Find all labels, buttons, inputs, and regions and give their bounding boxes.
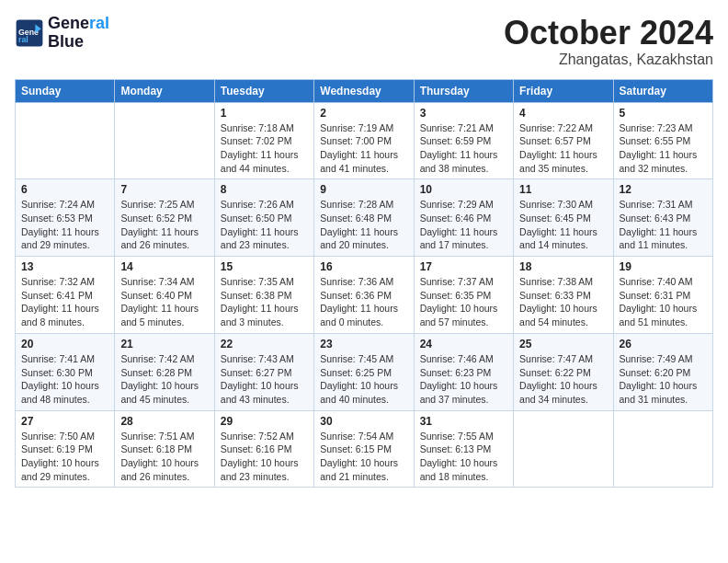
day-number: 20 (21, 338, 108, 350)
day-info: Sunrise: 7:47 AM Sunset: 6:22 PM Dayligh… (519, 352, 607, 407)
day-info: Sunrise: 7:28 AM Sunset: 6:48 PM Dayligh… (320, 198, 407, 252)
day-cell: 28Sunrise: 7:51 AM Sunset: 6:18 PM Dayli… (115, 410, 214, 488)
day-number: 31 (420, 415, 507, 428)
day-info: Sunrise: 7:49 AM Sunset: 6:20 PM Dayligh… (620, 352, 707, 407)
day-number: 11 (519, 183, 607, 196)
day-info: Sunrise: 7:31 AM Sunset: 6:43 PM Dayligh… (620, 198, 707, 252)
day-cell: 15Sunrise: 7:35 AM Sunset: 6:38 PM Dayli… (214, 257, 313, 334)
column-header-tuesday: Tuesday (214, 79, 313, 102)
logo-icon: Gene ral (15, 18, 44, 48)
day-cell (613, 410, 712, 488)
day-info: Sunrise: 7:38 AM Sunset: 6:33 PM Dayligh… (519, 275, 607, 329)
day-cell: 30Sunrise: 7:54 AM Sunset: 6:15 PM Dayli… (314, 410, 414, 488)
day-cell: 16Sunrise: 7:36 AM Sunset: 6:36 PM Dayli… (314, 257, 414, 334)
week-row-1: 1Sunrise: 7:18 AM Sunset: 7:02 PM Daylig… (16, 102, 713, 179)
calendar-body: 1Sunrise: 7:18 AM Sunset: 7:02 PM Daylig… (16, 102, 713, 488)
day-info: Sunrise: 7:32 AM Sunset: 6:41 PM Dayligh… (21, 275, 108, 329)
day-cell (514, 410, 613, 488)
day-cell (16, 102, 115, 179)
day-number: 25 (519, 338, 607, 350)
day-info: Sunrise: 7:45 AM Sunset: 6:25 PM Dayligh… (320, 352, 407, 407)
day-cell: 2Sunrise: 7:19 AM Sunset: 7:00 PM Daylig… (314, 102, 414, 179)
day-cell: 20Sunrise: 7:41 AM Sunset: 6:30 PM Dayli… (16, 333, 115, 410)
day-info: Sunrise: 7:51 AM Sunset: 6:18 PM Dayligh… (120, 430, 208, 484)
day-cell: 8Sunrise: 7:26 AM Sunset: 6:50 PM Daylig… (214, 179, 313, 257)
day-cell: 14Sunrise: 7:34 AM Sunset: 6:40 PM Dayli… (115, 257, 214, 334)
header-row: SundayMondayTuesdayWednesdayThursdayFrid… (16, 79, 713, 102)
day-cell: 29Sunrise: 7:52 AM Sunset: 6:16 PM Dayli… (214, 410, 313, 488)
day-number: 23 (320, 338, 407, 350)
day-number: 14 (120, 260, 208, 273)
day-number: 6 (21, 183, 108, 196)
page-header: Gene ral GeneralBlue October 2024 Zhanga… (15, 15, 713, 68)
day-number: 26 (620, 338, 707, 350)
day-number: 30 (320, 415, 407, 428)
column-header-wednesday: Wednesday (314, 79, 414, 102)
day-info: Sunrise: 7:19 AM Sunset: 7:00 PM Dayligh… (320, 121, 407, 176)
day-cell: 24Sunrise: 7:46 AM Sunset: 6:23 PM Dayli… (414, 333, 513, 410)
column-header-sunday: Sunday (16, 79, 115, 102)
day-info: Sunrise: 7:24 AM Sunset: 6:53 PM Dayligh… (21, 198, 108, 252)
day-number: 7 (120, 183, 208, 196)
day-number: 24 (420, 338, 507, 350)
day-info: Sunrise: 7:46 AM Sunset: 6:23 PM Dayligh… (420, 352, 507, 407)
day-number: 29 (221, 415, 308, 428)
week-row-3: 13Sunrise: 7:32 AM Sunset: 6:41 PM Dayli… (16, 257, 713, 334)
day-info: Sunrise: 7:55 AM Sunset: 6:13 PM Dayligh… (420, 430, 507, 484)
day-cell: 12Sunrise: 7:31 AM Sunset: 6:43 PM Dayli… (613, 179, 712, 257)
day-number: 16 (320, 260, 407, 273)
month-title: October 2024 (504, 15, 713, 52)
logo-name: GeneralBlue (48, 15, 109, 52)
day-cell: 18Sunrise: 7:38 AM Sunset: 6:33 PM Dayli… (514, 257, 613, 334)
day-info: Sunrise: 7:50 AM Sunset: 6:19 PM Dayligh… (21, 430, 108, 484)
week-row-4: 20Sunrise: 7:41 AM Sunset: 6:30 PM Dayli… (16, 333, 713, 410)
day-number: 21 (120, 338, 208, 350)
day-cell: 9Sunrise: 7:28 AM Sunset: 6:48 PM Daylig… (314, 179, 414, 257)
day-number: 19 (620, 260, 707, 273)
day-number: 2 (320, 107, 407, 120)
day-info: Sunrise: 7:41 AM Sunset: 6:30 PM Dayligh… (21, 352, 108, 407)
day-cell: 23Sunrise: 7:45 AM Sunset: 6:25 PM Dayli… (314, 333, 414, 410)
week-row-5: 27Sunrise: 7:50 AM Sunset: 6:19 PM Dayli… (16, 410, 713, 488)
day-info: Sunrise: 7:37 AM Sunset: 6:35 PM Dayligh… (420, 275, 507, 329)
day-info: Sunrise: 7:21 AM Sunset: 6:59 PM Dayligh… (420, 121, 507, 176)
calendar-header: SundayMondayTuesdayWednesdayThursdayFrid… (16, 79, 713, 102)
day-number: 9 (320, 183, 407, 196)
day-number: 17 (420, 260, 507, 273)
column-header-thursday: Thursday (414, 79, 513, 102)
day-cell: 25Sunrise: 7:47 AM Sunset: 6:22 PM Dayli… (514, 333, 613, 410)
day-cell: 11Sunrise: 7:30 AM Sunset: 6:45 PM Dayli… (514, 179, 613, 257)
day-cell: 22Sunrise: 7:43 AM Sunset: 6:27 PM Dayli… (214, 333, 313, 410)
day-cell: 6Sunrise: 7:24 AM Sunset: 6:53 PM Daylig… (16, 179, 115, 257)
column-header-friday: Friday (514, 79, 613, 102)
day-number: 10 (420, 183, 507, 196)
calendar-table: SundayMondayTuesdayWednesdayThursdayFrid… (15, 79, 713, 488)
day-info: Sunrise: 7:36 AM Sunset: 6:36 PM Dayligh… (320, 275, 407, 329)
day-info: Sunrise: 7:35 AM Sunset: 6:38 PM Dayligh… (221, 275, 308, 329)
day-number: 13 (21, 260, 108, 273)
day-number: 18 (519, 260, 607, 273)
day-number: 15 (221, 260, 308, 273)
day-number: 22 (221, 338, 308, 350)
day-number: 28 (120, 415, 208, 428)
title-block: October 2024 Zhangatas, Kazakhstan (504, 15, 713, 68)
day-info: Sunrise: 7:52 AM Sunset: 6:16 PM Dayligh… (221, 430, 308, 484)
day-cell: 19Sunrise: 7:40 AM Sunset: 6:31 PM Dayli… (613, 257, 712, 334)
day-cell: 3Sunrise: 7:21 AM Sunset: 6:59 PM Daylig… (414, 102, 513, 179)
logo: Gene ral GeneralBlue (15, 15, 109, 52)
day-number: 1 (221, 107, 308, 120)
day-cell: 21Sunrise: 7:42 AM Sunset: 6:28 PM Dayli… (115, 333, 214, 410)
day-info: Sunrise: 7:25 AM Sunset: 6:52 PM Dayligh… (120, 198, 208, 252)
column-header-monday: Monday (115, 79, 214, 102)
day-cell: 13Sunrise: 7:32 AM Sunset: 6:41 PM Dayli… (16, 257, 115, 334)
day-info: Sunrise: 7:23 AM Sunset: 6:55 PM Dayligh… (620, 121, 707, 176)
day-number: 8 (221, 183, 308, 196)
day-info: Sunrise: 7:18 AM Sunset: 7:02 PM Dayligh… (221, 121, 308, 176)
day-info: Sunrise: 7:26 AM Sunset: 6:50 PM Dayligh… (221, 198, 308, 252)
week-row-2: 6Sunrise: 7:24 AM Sunset: 6:53 PM Daylig… (16, 179, 713, 257)
day-number: 27 (21, 415, 108, 428)
day-info: Sunrise: 7:43 AM Sunset: 6:27 PM Dayligh… (221, 352, 308, 407)
day-cell: 4Sunrise: 7:22 AM Sunset: 6:57 PM Daylig… (514, 102, 613, 179)
day-info: Sunrise: 7:29 AM Sunset: 6:46 PM Dayligh… (420, 198, 507, 252)
day-cell: 31Sunrise: 7:55 AM Sunset: 6:13 PM Dayli… (414, 410, 513, 488)
